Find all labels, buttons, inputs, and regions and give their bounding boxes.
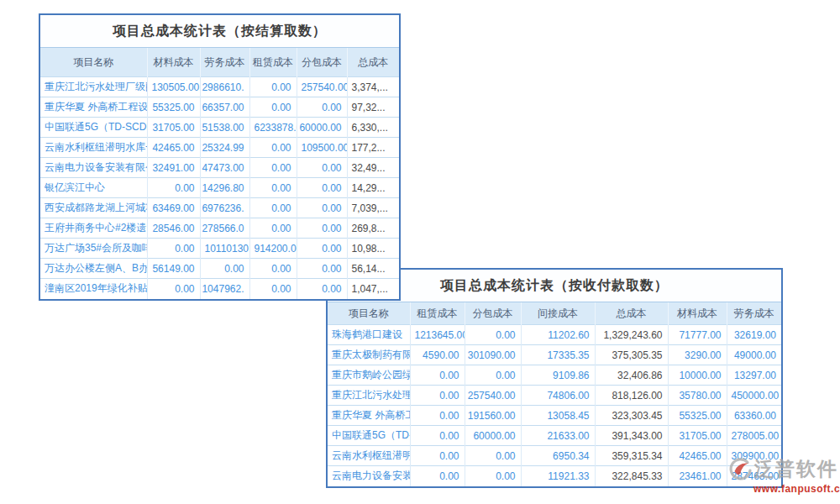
value-cell: 10110130	[200, 239, 249, 259]
value-cell: 0.00	[410, 406, 465, 426]
column-header: 材料成本	[147, 48, 200, 77]
project-name-cell: 中国联通5G（TD-SCDM	[40, 118, 147, 138]
column-header: 材料成本	[668, 302, 727, 325]
report-table-settlement: 项目总成本统计表（按结算取数） 项目名称材料成本劳务成本租赁成本分包成本总成本重…	[39, 13, 401, 301]
value-cell: 0.00	[297, 178, 347, 198]
project-name-cell: 万达办公楼左侧A、B办公	[40, 259, 147, 279]
value-cell: 28546.00	[147, 218, 200, 239]
value-cell: 323,303.45	[595, 406, 668, 426]
value-cell: 2986610.	[200, 77, 249, 97]
project-name-cell: 王府井商务中心#2楼遗留	[40, 218, 147, 239]
cost-table-payment: 项目名称租赁成本分包成本间接成本总成本材料成本劳务成本珠海鹤港口建设121364…	[328, 302, 781, 486]
value-cell: 0.00	[410, 446, 465, 466]
value-cell: 11202.60	[521, 325, 595, 345]
table-row: 万达办公楼左侧A、B办公56149.000.000.000.0056,14...	[40, 259, 399, 279]
value-cell: 51538.00	[200, 118, 249, 138]
value-cell: 13058.45	[521, 406, 595, 426]
column-header: 项目名称	[328, 302, 410, 325]
table-row: 万达广场35#会所及咖啡0.0010110130914200.000.0010,…	[40, 239, 399, 259]
value-cell: 0.00	[147, 279, 200, 299]
table-row: 银亿滨江中心0.0014296.800.000.0014,29...	[40, 178, 399, 198]
project-name-cell: 重庆华夏 外高桥工程设	[40, 97, 147, 118]
value-cell: 0.00	[465, 446, 521, 466]
value-cell: 47473.00	[200, 158, 249, 178]
project-name-cell: 云南水利枢纽潜明水库一	[40, 138, 147, 158]
vendor-watermark: 泛普软件 www.fanpusoft.com	[727, 457, 840, 495]
value-cell: 1,047,...	[347, 279, 399, 299]
value-cell: 0.00	[465, 325, 521, 345]
value-cell: 0.00	[249, 97, 297, 118]
value-cell: 0.00	[297, 198, 347, 218]
value-cell: 74806.00	[521, 386, 595, 406]
project-name-cell: 西安成都路龙湖上河城项	[40, 198, 147, 218]
table-row: 重庆江北污水处理厂级配130505.002986610.0.00257540.0…	[40, 77, 399, 97]
value-cell: 32491.00	[147, 158, 200, 178]
value-cell: 269,8...	[347, 218, 399, 239]
value-cell: 42465.00	[668, 446, 727, 466]
fanpu-logo-icon	[727, 457, 753, 482]
value-cell: 63360.00	[727, 406, 781, 426]
table-row: 云南电力设备安装有限公32491.0047473.000.000.0032,49…	[40, 158, 399, 178]
value-cell: 11921.33	[521, 466, 595, 486]
project-name-cell: 云南水利枢纽潜明水库	[328, 446, 410, 466]
value-cell: 13297.00	[727, 365, 781, 386]
table-row: 重庆华夏 外高桥工程设55325.0066357.000.000.0097,32…	[40, 97, 399, 118]
value-cell: 7,039,...	[347, 198, 399, 218]
value-cell: 818,126.00	[595, 386, 668, 406]
table-row: 重庆江北污水处理厂级0.00257540.0074806.00818,126.0…	[328, 386, 781, 406]
project-name-cell: 潼南区2019年绿化补贴	[40, 279, 147, 299]
project-name-cell: 重庆市鹅岭公园绿化工	[328, 365, 410, 386]
value-cell: 0.00	[297, 97, 347, 118]
value-cell: 1,329,243.60	[595, 325, 668, 345]
value-cell: 9109.86	[521, 365, 595, 386]
value-cell: 0.00	[465, 365, 521, 386]
value-cell: 0.00	[410, 466, 465, 486]
value-cell: 0.00	[249, 158, 297, 178]
table-row: 中国联通5G（TD-SC0.0060000.0021633.00391,343.…	[328, 426, 781, 446]
table-row: 西安成都路龙湖上河城项63469.006976236.0.000.007,039…	[40, 198, 399, 218]
value-cell: 0.00	[297, 279, 347, 299]
value-cell: 130505.00	[147, 77, 200, 97]
value-cell: 6,330,...	[347, 118, 399, 138]
report-table-payment: 项目总成本统计表（按收付款取数） 项目名称租赁成本分包成本间接成本总成本材料成本…	[326, 268, 783, 488]
table-row: 中国联通5G（TD-SCDM31705.0051538.006233878.06…	[40, 118, 399, 138]
value-cell: 17335.35	[521, 345, 595, 365]
value-cell: 0.00	[249, 218, 297, 239]
value-cell: 0.00	[249, 279, 297, 299]
table-row: 重庆太极制药有限公司4590.00301090.0017335.35375,30…	[328, 345, 781, 365]
value-cell: 3,374,...	[347, 77, 399, 97]
value-cell: 0.00	[297, 239, 347, 259]
value-cell: 391,343.00	[595, 426, 668, 446]
column-header: 租赁成本	[410, 302, 465, 325]
value-cell: 32,49...	[347, 158, 399, 178]
value-cell: 55325.00	[668, 406, 727, 426]
column-header: 分包成本	[465, 302, 521, 325]
project-name-cell: 珠海鹤港口建设	[328, 325, 410, 345]
project-name-cell: 重庆华夏 外高桥工程	[328, 406, 410, 426]
value-cell: 66357.00	[200, 97, 249, 118]
value-cell: 35780.00	[668, 386, 727, 406]
value-cell: 6233878.0	[249, 118, 297, 138]
value-cell: 14296.80	[200, 178, 249, 198]
value-cell: 10,98...	[347, 239, 399, 259]
value-cell: 56,14...	[347, 259, 399, 279]
value-cell: 450000.00	[727, 386, 781, 406]
column-header: 总成本	[347, 48, 399, 77]
value-cell: 32619.00	[727, 325, 781, 345]
value-cell: 3290.00	[668, 345, 727, 365]
value-cell: 0.00	[410, 365, 465, 386]
value-cell: 4590.00	[410, 345, 465, 365]
value-cell: 63469.00	[147, 198, 200, 218]
value-cell: 257540.00	[297, 77, 347, 97]
column-header: 劳务成本	[200, 48, 249, 77]
table-row: 云南水利枢纽潜明水库0.000.006950.34359,315.3442465…	[328, 446, 781, 466]
table-row: 云南电力设备安装有限0.000.0011921.33322,845.332346…	[328, 466, 781, 486]
value-cell: 0.00	[147, 178, 200, 198]
project-name-cell: 万达广场35#会所及咖啡	[40, 239, 147, 259]
value-cell: 6950.34	[521, 446, 595, 466]
project-name-cell: 重庆江北污水处理厂级配	[40, 77, 147, 97]
value-cell: 97,32...	[347, 97, 399, 118]
column-header: 总成本	[595, 302, 668, 325]
watermark-brand-text: 泛普软件	[754, 459, 838, 480]
table-row: 潼南区2019年绿化补贴0.001047962.0.000.001,047,..…	[40, 279, 399, 299]
